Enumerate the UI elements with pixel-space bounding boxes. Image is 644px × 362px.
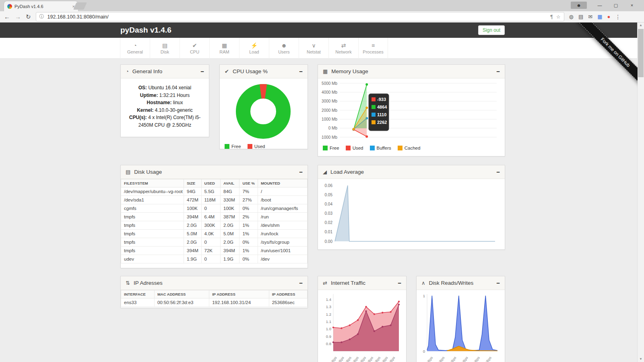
table-cell: 5.0M [184, 230, 201, 238]
profile-icon[interactable]: ☻ [571, 2, 587, 9]
nav-tab-network[interactable]: ⇄ Network [328, 38, 358, 59]
url-bar[interactable]: ⓘ 192.168.100.31:8080/main/ ¶ ☆ [36, 12, 564, 21]
table-cell: 394M [220, 247, 239, 255]
nav-tab-label: Netstat [307, 49, 321, 54]
table-cell: 0 [201, 204, 220, 213]
check-icon: ✔ [225, 69, 229, 74]
svg-text:0.00: 0.00 [325, 239, 333, 244]
extension-mail-icon[interactable]: ✉ [588, 14, 592, 19]
extension-circle-icon[interactable]: ● [607, 14, 610, 19]
svg-text:0.01: 0.01 [325, 230, 333, 234]
collapse-button[interactable]: − [299, 280, 303, 286]
collapse-button[interactable]: − [299, 68, 303, 74]
table-cell: /run/cgmanager/fs [258, 204, 307, 213]
table-cell: 2% [239, 213, 258, 221]
column-header: USE % [239, 179, 258, 187]
table-cell: 7% [239, 187, 258, 196]
table-cell: 2.0G [220, 221, 239, 230]
general-info-field: Hostname: linux [124, 99, 206, 107]
nav-tab-label: Processes [363, 49, 383, 54]
panel-header: ⇅ IP Adresses − [121, 276, 308, 290]
nav-tab-label: Users [278, 49, 290, 54]
page-scrollbar[interactable]: ▲ ▼ [637, 23, 644, 362]
window-maximize-button[interactable]: ▢ [608, 3, 624, 8]
window-minimize-button[interactable]: — [592, 3, 608, 8]
general-info-content: OS: Ubuntu 16.04 xenialUptime: 1:32:21 H… [121, 78, 209, 135]
panel-title: General Info [132, 68, 162, 74]
table-cell: 253686sec [269, 298, 307, 307]
legend-label: Free [330, 146, 339, 150]
table-cell: /dev/mapper/ubuntu--vg-root [121, 187, 184, 196]
svg-text:KBps: KBps [449, 356, 457, 362]
table-row: tmpfs5.0M4.0K5.0M1%/run/lock [121, 230, 308, 238]
table-cell: tmpfs [121, 213, 184, 221]
nav-tab-cpu[interactable]: ✔ CPU [180, 38, 209, 59]
nav-tab-load[interactable]: ⚡ Load [239, 38, 269, 59]
bookmark-star-icon[interactable]: ☆ [556, 14, 561, 20]
collapse-button[interactable]: − [398, 280, 401, 286]
panel-header: ◔ General Info − [121, 65, 209, 78]
legend-item: Cached [398, 146, 421, 150]
extension-printer-icon[interactable]: ▤ [578, 14, 583, 19]
nav-tab-users[interactable]: ☻ Users [269, 38, 299, 59]
svg-text:-933: -933 [377, 97, 386, 102]
legend-item: Used [346, 146, 363, 150]
svg-text:KBps: KBps [366, 356, 374, 362]
table-cell: 300K [201, 221, 220, 230]
table-cell: 27% [239, 196, 258, 204]
collapse-button[interactable]: − [299, 169, 303, 175]
table-cell: 2.0G [220, 238, 239, 247]
memory-line-chart: 5000 Mb4000 Mb3000 Mb2000 Mb1000 Mb0 Mb-… [318, 78, 505, 144]
nav-tab-processes[interactable]: ≡ Processes [358, 38, 388, 59]
table-cell: /dev/sda1 [121, 196, 184, 204]
table-cell: 1% [239, 230, 258, 238]
panel-header: ▦ Memory Usage − [318, 65, 505, 78]
nav-tab-disk[interactable]: ▤ Disk [150, 38, 180, 59]
collapse-button[interactable]: − [496, 169, 500, 175]
collapse-button[interactable]: − [496, 280, 500, 286]
reload-icon[interactable]: ↻ [26, 14, 31, 20]
table-cell: 5.0M [220, 230, 239, 238]
legend-label: Used [254, 144, 265, 149]
browser-tab[interactable]: PyDash v1.4.6 × [4, 1, 78, 11]
collapse-button[interactable]: − [496, 68, 500, 74]
table-cell: 6.4M [201, 213, 220, 221]
nav-tab-netstat[interactable]: ∨ Netstat [299, 38, 328, 59]
extension-grid-icon[interactable]: ▦ [597, 14, 602, 19]
ram-icon: ▦ [222, 43, 227, 48]
extension-globe-icon[interactable]: ◍ [569, 14, 574, 19]
disk-usage-table: FILESYSTEMSIZEUSEDAVAILUSE %MOUNTED/dev/… [121, 179, 308, 263]
browser-menu-icon[interactable]: ⋮ [615, 14, 621, 20]
nav-tab-label: CPU [190, 49, 199, 54]
area-chart-icon: ◢ [323, 169, 327, 175]
scroll-down-icon[interactable]: ▼ [638, 356, 644, 362]
url-text[interactable]: 192.168.100.31:8080/main/ [47, 14, 547, 20]
forward-icon[interactable]: → [15, 14, 21, 20]
nav-tab-ram[interactable]: ▦ RAM [209, 38, 239, 59]
panel-memory-usage: ▦ Memory Usage − 5000 Mb4000 Mb3000 Mb20… [318, 64, 505, 156]
svg-text:0.06: 0.06 [325, 183, 333, 188]
legend-swatch [225, 144, 229, 149]
reader-icon[interactable]: ¶ [550, 14, 553, 20]
legend-label: Cached [405, 146, 421, 150]
nav-tab-general[interactable]: ◔ General [120, 38, 150, 59]
sign-out-button[interactable]: Sign out [478, 25, 505, 35]
cpu-icon: ✔ [192, 43, 197, 48]
table-cell: 1.9G [220, 255, 239, 263]
exchange-icon: ⇄ [323, 280, 327, 286]
back-icon[interactable]: ← [4, 14, 10, 20]
collapse-button[interactable]: − [200, 68, 204, 74]
window-close-button[interactable]: × [624, 3, 640, 8]
scroll-up-icon[interactable]: ▲ [638, 23, 644, 28]
page: pyDash v1.4.6 Sign out ◔ General ▤ Disk … [0, 23, 638, 362]
table-cell: /run/user/1001 [258, 247, 307, 255]
site-header: pyDash v1.4.6 Sign out [0, 23, 638, 38]
table-row: /dev/mapper/ubuntu--vg-root94G5.5G84G7%/ [121, 187, 308, 196]
svg-text:3000 Mb: 3000 Mb [322, 99, 337, 103]
ip-addresses-table: INTERFACEMAC ADDRESSIP ADDRESSIP ADDRESS… [121, 290, 308, 307]
scrollbar-thumb[interactable] [638, 29, 644, 77]
table-cell: ens33 [121, 298, 155, 307]
page-info-icon[interactable]: ⓘ [39, 13, 44, 20]
svg-text:KBps: KBps [437, 356, 446, 362]
panel-title: Internet Traffic [331, 280, 365, 286]
